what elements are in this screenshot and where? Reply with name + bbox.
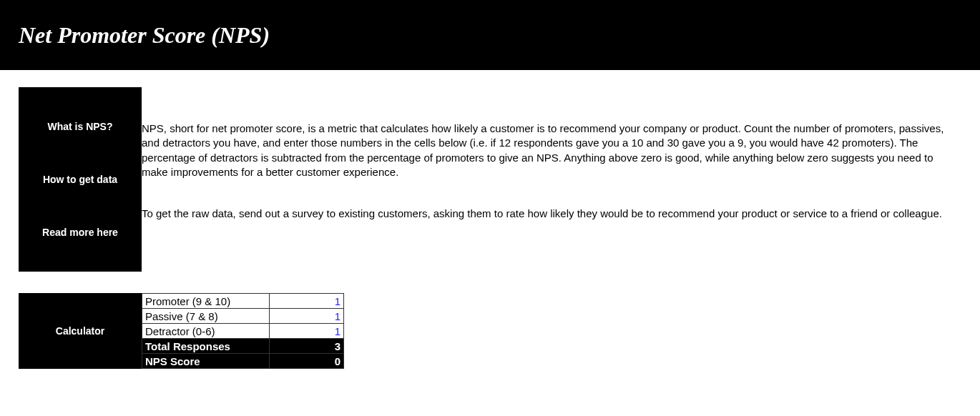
label-read-more[interactable]: Read more here (19, 212, 142, 252)
info-side-labels: What is NPS? How to get data Read more h… (19, 87, 142, 272)
table-row: NPS Score 0 (142, 354, 344, 369)
content-area: What is NPS? How to get data Read more h… (0, 70, 980, 369)
table-row: Promoter (9 & 10) 1 (142, 294, 344, 309)
passive-value[interactable]: 1 (270, 309, 344, 324)
info-text-column: NPS, short for net promoter score, is a … (142, 87, 961, 272)
page-title: Net Promoter Score (NPS) (19, 22, 270, 49)
table-row: Total Responses 3 (142, 339, 344, 354)
nps-score-value: 0 (270, 354, 344, 369)
table-row: Passive (7 & 8) 1 (142, 309, 344, 324)
page-header: Net Promoter Score (NPS) (0, 0, 980, 70)
nps-score-label: NPS Score (142, 354, 270, 369)
passive-label: Passive (7 & 8) (142, 309, 270, 324)
what-is-nps-text: NPS, short for net promoter score, is a … (142, 122, 961, 179)
table-row: Detractor (0-6) 1 (142, 324, 344, 339)
label-what-is-nps: What is NPS? (19, 107, 142, 147)
detractor-label: Detractor (0-6) (142, 324, 270, 339)
total-responses-value: 3 (270, 339, 344, 354)
calculator-table: Promoter (9 & 10) 1 Passive (7 & 8) 1 De… (142, 293, 344, 369)
detractor-value[interactable]: 1 (270, 324, 344, 339)
calculator-block: Calculator Promoter (9 & 10) 1 Passive (… (19, 293, 961, 369)
total-responses-label: Total Responses (142, 339, 270, 354)
label-how-to-get-data: How to get data (19, 159, 142, 199)
promoter-value[interactable]: 1 (270, 294, 344, 309)
promoter-label: Promoter (9 & 10) (142, 294, 270, 309)
calculator-title: Calculator (19, 293, 142, 369)
how-to-get-data-text: To get the raw data, send out a survey t… (142, 207, 961, 221)
info-block: What is NPS? How to get data Read more h… (19, 87, 961, 272)
